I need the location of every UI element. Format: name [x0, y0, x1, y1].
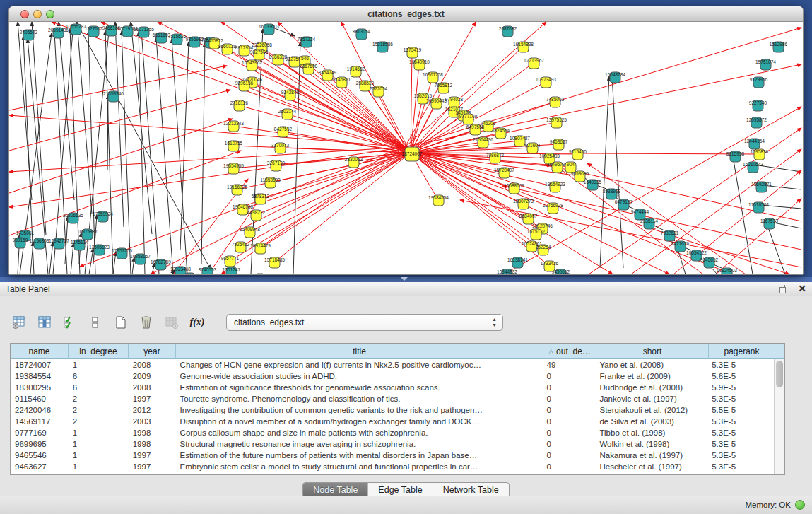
- graph-node-label: 9245652: [700, 257, 719, 262]
- graph-node-label: 9777169: [459, 114, 478, 119]
- graph-node-label: 9245901: [181, 273, 199, 274]
- graph-node-label: 10975887: [77, 229, 98, 234]
- window-titlebar[interactable]: citations_edges.txt: [9, 6, 803, 22]
- show-columns-icon[interactable]: [35, 313, 54, 332]
- network-view-window[interactable]: citations_edges.txt 18724007240557220391…: [8, 6, 804, 275]
- graph-node-label: 8740553: [199, 267, 217, 272]
- table-row[interactable]: 2242004622012Investigating the contribut…: [11, 404, 774, 416]
- node-table: namein_degreeyeartitle△out_de…shortpager…: [10, 343, 785, 475]
- graph-node-label: 1914682: [347, 66, 365, 71]
- table-cell: Dudbridge et al. (2008): [595, 382, 707, 393]
- vertical-scrollbar[interactable]: [774, 359, 784, 474]
- graph-node-label: 9657771: [221, 256, 240, 261]
- network-canvas[interactable]: 1872400724055722039143610655287152766294…: [9, 22, 803, 274]
- table-mode-icon[interactable]: [10, 313, 28, 332]
- table-row[interactable]: 946362711997Embryonic stem cells: a mode…: [11, 461, 774, 472]
- table-cell: 6: [69, 370, 129, 382]
- unselect-all-icon[interactable]: [86, 313, 105, 332]
- graph-node-label: 9024502: [251, 274, 269, 274]
- delete-table-icon[interactable]: [163, 313, 181, 332]
- table-row[interactable]: 1938455462009Genome-wide association stu…: [11, 370, 774, 382]
- table-cell: Investigating the contribution of common…: [176, 404, 543, 416]
- graph-node-label: 8813054: [353, 29, 371, 34]
- graph-node-label: 16961758: [423, 72, 443, 77]
- table-cell: 2: [69, 393, 129, 404]
- tab-network-table[interactable]: Network Table: [433, 483, 509, 497]
- graph-node-label: 7932621: [661, 230, 679, 235]
- function-builder-icon[interactable]: f(x): [188, 313, 206, 332]
- graph-node-label: 8471676: [671, 241, 690, 246]
- table-cell: Tourette syndrome. Phenomenology and cla…: [176, 393, 543, 404]
- memory-ok-indicator[interactable]: [795, 500, 805, 510]
- graph-node-label: 18724007: [402, 151, 423, 156]
- dropdown-stepper-icon: ▲▼: [492, 317, 497, 328]
- table-cell: de Silva et al. (2003): [595, 416, 707, 427]
- graph-node-label: 16648784: [605, 72, 625, 77]
- tab-node-table[interactable]: Node Table: [303, 483, 368, 497]
- column-header-label: out_de…: [556, 346, 591, 356]
- table-cell: 0: [543, 370, 596, 382]
- table-cell: 0: [543, 393, 596, 404]
- table-cell: Nakamura et al. (1997): [595, 450, 707, 461]
- graph-node-label: 12213967: [524, 58, 544, 63]
- table-cell: 2009: [129, 370, 176, 382]
- graph-node-label: 1435061: [16, 230, 35, 235]
- graph-node-label: 8427552: [274, 127, 293, 132]
- table-cell: 6: [69, 382, 129, 393]
- column-header-short[interactable]: short: [596, 344, 709, 359]
- graph-node-label: 21053346: [103, 91, 124, 96]
- graph-node-label: 16782759: [151, 259, 171, 264]
- graph-node-label: 939159: [13, 238, 28, 243]
- table-row[interactable]: 1456911722003Disruption of a novel membe…: [11, 416, 774, 427]
- graph-node-label: 8186328: [269, 54, 288, 59]
- node-table-header[interactable]: namein_degreeyeartitle△out_de…shortpager…: [11, 344, 784, 359]
- graph-node-label: 13975125: [546, 117, 567, 122]
- table-cell: 18300295: [11, 382, 69, 393]
- column-header-in_degree[interactable]: in_degree: [69, 344, 129, 359]
- column-header-title[interactable]: title: [176, 344, 543, 359]
- table-row[interactable]: 946554611997Estimation of the future num…: [11, 450, 774, 461]
- table-row[interactable]: 977716911998Corpus callosum shape and si…: [11, 427, 774, 438]
- table-cell: 1: [69, 359, 129, 370]
- table-cell: 5.3E-5: [707, 393, 774, 404]
- network-graph[interactable]: 1872400724055722039143610655287152766294…: [9, 22, 803, 274]
- column-header-out_de[interactable]: △out_de…: [543, 344, 596, 359]
- column-header-label: short: [643, 346, 662, 356]
- column-header-label: name: [28, 346, 49, 356]
- table-cell: 5.5E-5: [707, 404, 774, 416]
- split-pane-handle[interactable]: [401, 277, 408, 281]
- table-cell: Stergiakouli et al. (2012): [595, 404, 707, 416]
- graph-node-label: 10958167: [130, 254, 151, 259]
- select-all-icon[interactable]: [61, 313, 79, 332]
- table-row[interactable]: 911546021997Tourette syndrome. Phenomeno…: [11, 393, 774, 404]
- scrollbar-thumb[interactable]: [776, 361, 783, 387]
- sort-ascending-icon: △: [548, 348, 553, 355]
- column-header-name[interactable]: name: [11, 344, 69, 359]
- tab-edge-table[interactable]: Edge Table: [368, 483, 433, 497]
- table-row[interactable]: 1872400712008Changes of HCN gene express…: [11, 359, 774, 370]
- table-cell: 0: [543, 404, 596, 416]
- graph-node-label: 7925402: [232, 242, 250, 247]
- graph-node-label: 8660128: [218, 44, 237, 49]
- close-panel-icon[interactable]: ✕: [798, 284, 806, 293]
- table-panel-header: Table Panel ✕: [0, 282, 812, 296]
- new-column-icon[interactable]: [112, 313, 130, 332]
- float-panel-icon[interactable]: [779, 284, 789, 293]
- table-cell: 2: [69, 416, 129, 427]
- graph-node-label: 12095872: [746, 117, 767, 122]
- column-header-pagerank[interactable]: pagerank: [709, 344, 775, 359]
- graph-node-label: 3267130: [267, 160, 286, 165]
- table-selector-dropdown[interactable]: citations_edges.txt▲▼: [226, 314, 503, 331]
- graph-node-label: 15218586: [372, 42, 393, 47]
- graph-node-label: 21564436: [473, 137, 493, 142]
- delete-column-icon[interactable]: [137, 313, 155, 332]
- graph-node-label: 9827503: [250, 49, 269, 54]
- table-panel: Table Panel ✕ f(x)citations_edges.txt▲▼ …: [0, 282, 812, 514]
- table-row[interactable]: 969969511998Structural magnetic resonanc…: [11, 438, 774, 450]
- graph-node-label: 7857224: [298, 37, 316, 42]
- graph-node-label: 7465822: [206, 38, 224, 43]
- table-row[interactable]: 1830029562008Estimation of significance …: [11, 382, 774, 393]
- column-header-year[interactable]: year: [129, 344, 176, 359]
- node-table-body[interactable]: 1872400712008Changes of HCN gene express…: [11, 359, 774, 474]
- table-cell: Jankovic et al. (1997): [595, 393, 707, 404]
